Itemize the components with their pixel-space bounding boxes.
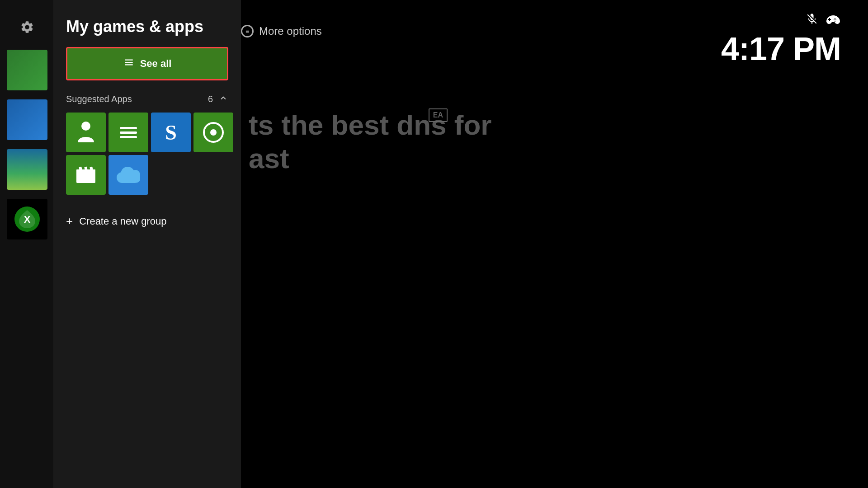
create-group-button[interactable]: + Create a new group xyxy=(53,204,241,238)
plus-icon: + xyxy=(66,214,73,228)
suggested-section: Suggested Apps 6 xyxy=(53,80,241,195)
svg-text:X: X xyxy=(24,214,31,225)
app-tile-lines[interactable] xyxy=(108,113,148,152)
left-sidebar: X xyxy=(0,0,54,488)
gear-icon xyxy=(14,14,41,41)
svg-point-2 xyxy=(81,122,90,131)
article-title-line1: ts the best dns for xyxy=(249,108,778,142)
cloud-icon xyxy=(117,167,140,183)
person-icon xyxy=(76,120,96,145)
mic-mute-icon xyxy=(806,13,818,28)
more-options-bar[interactable]: More options xyxy=(241,25,322,38)
groove-icon xyxy=(203,122,224,143)
skype-s-icon: S xyxy=(165,121,177,145)
article-title-line2: ast xyxy=(249,142,778,175)
suggested-count: 6 xyxy=(208,94,213,104)
main-panel: My games & apps See all Suggested Apps 6 xyxy=(53,0,241,488)
app-tile-groove[interactable] xyxy=(193,113,233,152)
app-tile-onedrive[interactable] xyxy=(108,155,148,195)
app-tile-movies[interactable] xyxy=(66,155,106,195)
clapper-icon xyxy=(75,166,96,184)
clock-time: 4:17 PM xyxy=(721,30,841,67)
svg-rect-3 xyxy=(76,172,95,183)
article-text-area: ts the best dns for ast xyxy=(249,108,778,176)
more-options-label: More options xyxy=(259,25,322,38)
suggested-label: Suggested Apps xyxy=(66,94,132,104)
suggested-count-chevron: 6 xyxy=(208,93,228,105)
app-grid: S xyxy=(66,113,228,195)
see-all-icon xyxy=(123,56,135,71)
app-tile-skype[interactable]: S xyxy=(151,113,191,152)
sidebar-thumbnail-blue xyxy=(7,99,47,140)
more-options-icon xyxy=(241,25,254,38)
see-all-label: See all xyxy=(140,58,172,70)
sidebar-thumbnail-green xyxy=(7,50,47,90)
sidebar-thumbnail-xbox: X xyxy=(7,199,47,239)
panel-title: My games & apps xyxy=(53,0,241,47)
controller-icon xyxy=(826,14,841,28)
create-group-label: Create a new group xyxy=(79,216,166,227)
groove-inner-circle xyxy=(210,129,217,136)
sidebar-thumbnail-landscape xyxy=(7,149,47,190)
see-all-button[interactable]: See all xyxy=(66,47,228,80)
ea-badge: EA xyxy=(429,108,448,122)
chevron-up-icon xyxy=(218,93,228,105)
suggested-header: Suggested Apps 6 xyxy=(66,93,228,105)
status-icons xyxy=(721,13,841,28)
lines-icon xyxy=(120,127,137,138)
app-tile-person[interactable] xyxy=(66,113,106,152)
clock-area: 4:17 PM xyxy=(721,13,841,67)
